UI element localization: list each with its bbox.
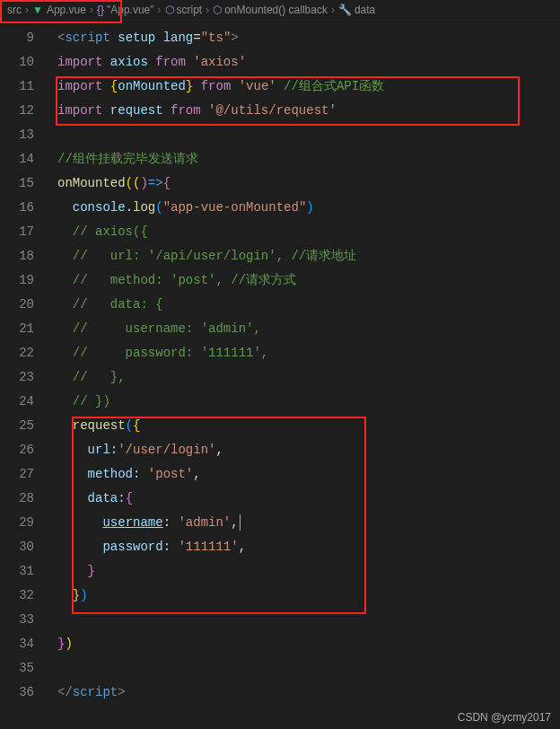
wrench-icon: 🔧 [338, 4, 352, 16]
line-number: 28 [0, 487, 34, 511]
line-number: 27 [0, 462, 34, 487]
code-line: import {onMounted} from 'vue' //组合式API函数 [57, 75, 560, 99]
code-line: // data: { [57, 293, 560, 317]
line-number: 16 [0, 196, 34, 220]
code-line: username: 'admin', [57, 511, 560, 535]
chevron-right-icon: › [158, 4, 162, 16]
breadcrumb-item-appvue-str[interactable]: {}"App.vue" [97, 4, 154, 16]
code-line: method: 'post', [57, 462, 560, 487]
line-number: 19 [0, 268, 34, 293]
code-line: // password: '111111', [57, 341, 560, 365]
line-number: 26 [0, 438, 34, 462]
code-line [57, 608, 560, 632]
code-editor[interactable]: 9101112131415161718192021222324252627282… [0, 21, 560, 705]
code-line: // username: 'admin', [57, 317, 560, 341]
chevron-right-icon: › [331, 4, 335, 16]
code-line: }) [57, 632, 560, 656]
chevron-right-icon: › [25, 4, 29, 16]
line-number: 10 [0, 50, 34, 75]
line-number: 33 [0, 608, 34, 632]
line-number: 23 [0, 365, 34, 390]
cursor-icon [240, 514, 241, 531]
line-number: 34 [0, 632, 34, 656]
breadcrumb: src › ▼App.vue › {}"App.vue" › ⬡script ›… [0, 0, 560, 21]
code-line: onMounted(()=>{ [57, 171, 560, 196]
code-area[interactable]: <script setup lang="ts"> import axios fr… [39, 21, 560, 705]
line-number: 11 [0, 75, 34, 99]
code-line: // url: '/api/user/login', //请求地址 [57, 244, 560, 268]
line-number: 25 [0, 414, 34, 438]
brace-icon: {} [97, 4, 104, 16]
code-line: </script> [57, 681, 560, 705]
line-number: 20 [0, 293, 34, 317]
line-number: 9 [0, 26, 34, 50]
code-line: import request from '@/utils/request' [57, 99, 560, 123]
line-number: 12 [0, 99, 34, 123]
code-line: //组件挂载完毕发送请求 [57, 147, 560, 171]
line-number: 15 [0, 171, 34, 196]
line-number: 30 [0, 535, 34, 559]
line-number-gutter: 9101112131415161718192021222324252627282… [0, 21, 39, 705]
code-line [57, 123, 560, 147]
cube-icon: ⬡ [213, 4, 222, 16]
code-line: // axios({ [57, 220, 560, 244]
line-number: 17 [0, 220, 34, 244]
watermark: CSDN @ycmy2017 [458, 711, 551, 724]
code-line: } [57, 559, 560, 584]
line-number: 21 [0, 317, 34, 341]
code-line [57, 656, 560, 681]
code-line: console.log("app-vue-onMounted") [57, 196, 560, 220]
code-line: request({ [57, 414, 560, 438]
code-line: import axios from 'axios' [57, 50, 560, 75]
breadcrumb-item-onmounted[interactable]: ⬡onMounted() callback [213, 4, 328, 16]
line-number: 22 [0, 341, 34, 365]
cube-icon: ⬡ [165, 4, 174, 16]
breadcrumb-item-data[interactable]: 🔧data [338, 4, 375, 16]
code-line: }) [57, 584, 560, 608]
code-line: // }) [57, 390, 560, 414]
line-number: 32 [0, 584, 34, 608]
line-number: 13 [0, 123, 34, 147]
breadcrumb-item-src[interactable]: src [7, 4, 22, 16]
line-number: 14 [0, 147, 34, 171]
line-number: 35 [0, 656, 34, 681]
line-number: 18 [0, 244, 34, 268]
line-number: 31 [0, 559, 34, 584]
code-line: url:'/user/login', [57, 438, 560, 462]
line-number: 36 [0, 681, 34, 705]
chevron-right-icon: › [206, 4, 209, 16]
vue-icon: ▼ [32, 4, 43, 16]
code-line: <script setup lang="ts"> [57, 26, 560, 50]
line-number: 24 [0, 390, 34, 414]
breadcrumb-item-script[interactable]: ⬡script [165, 4, 203, 16]
code-line: // method: 'post', //请求方式 [57, 268, 560, 293]
chevron-right-icon: › [90, 4, 93, 16]
code-line: data:{ [57, 487, 560, 511]
code-line: // }, [57, 365, 560, 390]
code-line: password: '111111', [57, 535, 560, 559]
breadcrumb-item-appvue[interactable]: ▼App.vue [32, 4, 86, 16]
line-number: 29 [0, 511, 34, 535]
